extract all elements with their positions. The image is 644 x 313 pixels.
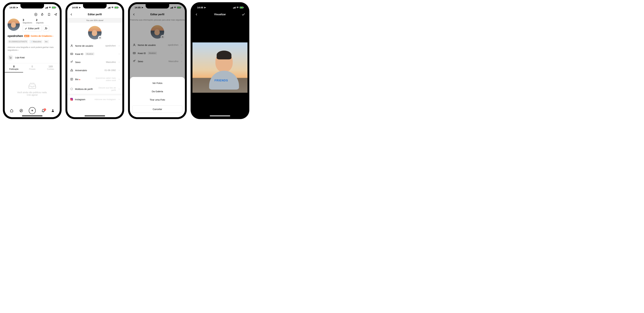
svg-rect-13 — [162, 36, 164, 38]
notch — [146, 4, 169, 8]
update-pill: Atualizar — [85, 52, 94, 55]
sheet-take-photo[interactable]: Tirar uma Foto — [132, 95, 182, 104]
notch — [20, 4, 44, 8]
preview-canvas[interactable]: FRIENDS — [192, 18, 248, 117]
creator-center-link[interactable]: Centro de Criadores › — [31, 35, 53, 37]
signal-icon — [45, 7, 48, 8]
kwai-store-row[interactable]: Loja Kwai — [5, 53, 60, 63]
add-friend-button[interactable] — [43, 25, 49, 31]
row-username: Nome de usuárioopedrohen› — [130, 41, 185, 49]
profile-tabs: 0Publicação 0Privado 169Curtidas — [5, 63, 60, 72]
camera-icon[interactable] — [98, 36, 102, 40]
level-badge: ◈LV1 — [24, 35, 30, 37]
row-gender[interactable]: SexoMasculino› — [67, 58, 122, 66]
svg-point-3 — [11, 58, 11, 59]
svg-point-17 — [133, 60, 134, 62]
red-dot-icon — [79, 79, 80, 80]
row-bio[interactable]: Bio Queremos saber mais sobre você› — [67, 74, 122, 84]
back-button[interactable] — [132, 12, 136, 16]
hexagon-icon[interactable] — [34, 12, 38, 16]
nav-inbox-icon[interactable]: 8 — [41, 109, 45, 112]
nav-create-button[interactable]: + — [29, 107, 36, 114]
bottom-nav: + 8 — [5, 106, 60, 115]
camera-icon — [160, 35, 164, 39]
bio-tip[interactable]: Adicione uma biografia e você poderá gan… — [5, 44, 60, 53]
phone-preview: 14:05 ➤ Visualizar FRIENDS — [191, 2, 249, 119]
inbox-icon — [28, 83, 37, 90]
row-kwai-id[interactable]: Kwai IDAtualizar› — [67, 50, 122, 58]
phone-edit-profile: 14:05 ➤ Editar perfil You are 83% done! … — [66, 2, 124, 119]
svg-point-1 — [45, 27, 46, 28]
svg-rect-16 — [133, 52, 136, 54]
row-frame[interactable]: Moldura de perfilDecore sua foto de perf… — [67, 84, 122, 94]
svg-point-5 — [52, 109, 53, 111]
back-button[interactable] — [195, 12, 198, 16]
back-button[interactable] — [70, 12, 73, 16]
svg-point-0 — [36, 14, 36, 15]
wifi-icon — [48, 6, 51, 8]
frame-icon — [70, 87, 73, 90]
cart-icon — [8, 55, 13, 60]
battery-icon — [52, 6, 56, 8]
edit-profile-button[interactable]: Editar perfil — [23, 25, 42, 31]
notification-badge: 8 — [44, 108, 46, 111]
svg-point-2 — [10, 58, 10, 59]
nav-home-icon[interactable] — [10, 109, 14, 112]
sheet-from-gallery[interactable]: Da Galeria — [132, 87, 182, 95]
avatar[interactable] — [8, 18, 20, 31]
note-icon — [70, 78, 73, 81]
followers-stat[interactable]: 3Seguidores — [23, 18, 32, 24]
share-icon[interactable] — [54, 12, 58, 16]
nav-discover-icon[interactable] — [19, 109, 23, 112]
confirm-button[interactable] — [242, 12, 245, 16]
svg-point-10 — [71, 61, 72, 62]
nav-profile-icon[interactable] — [51, 109, 55, 112]
phone-photo-sheet: 14:05 ➤ Editar perfil Preencha suas info… — [128, 2, 186, 119]
shirt-text: FRIENDS — [214, 79, 228, 82]
svg-point-8 — [71, 45, 72, 46]
sheet-view-photos[interactable]: Ver Fotos — [132, 79, 182, 87]
gender-icon — [70, 60, 73, 64]
row-instagram[interactable]: InstagramAdicione seu Instagram› — [67, 95, 122, 103]
bookmark-icon[interactable] — [47, 12, 51, 16]
sheet-cancel-button[interactable]: Cancelar — [132, 105, 182, 113]
avatar — [150, 25, 164, 39]
row-birthday[interactable]: Aniversário01-08-1992› — [67, 66, 122, 74]
home-indicator — [84, 115, 105, 116]
svg-point-15 — [134, 44, 135, 45]
svg-rect-9 — [70, 53, 73, 55]
tab-private[interactable]: 0Privado — [23, 63, 42, 72]
following-stat[interactable]: 2seguindo — [36, 18, 44, 24]
user-icon — [70, 44, 73, 47]
info-strip: Preencha suas informações pessoais para … — [130, 18, 185, 22]
tab-likes[interactable]: 169Curtidas — [41, 63, 60, 72]
progress-banner: You are 83% done! — [67, 18, 122, 23]
page-title: Visualizar — [214, 13, 226, 16]
svg-point-14 — [162, 37, 163, 37]
notch — [208, 4, 232, 8]
photo: FRIENDS — [192, 42, 248, 93]
zodiac-chip[interactable]: leo — [44, 40, 49, 43]
location-icon: ➤ — [16, 6, 18, 9]
phone-profile: 14:05 ➤ 3Seguidores 2seguindo — [3, 2, 61, 119]
page-title: Editar perfil — [150, 13, 164, 16]
notch — [83, 4, 106, 8]
cake-icon — [70, 69, 73, 72]
row-kwai-id: Kwai IDAtualizar› — [130, 49, 185, 57]
row-gender: SexoMasculino› — [130, 57, 185, 65]
tab-posts[interactable]: 0Publicação — [5, 63, 23, 72]
row-username[interactable]: Nome de usuárioopedrohen› — [67, 42, 122, 50]
pointer-icon[interactable] — [40, 12, 44, 16]
svg-point-12 — [70, 88, 73, 90]
svg-point-4 — [20, 109, 23, 112]
clock: 14:05 — [10, 6, 16, 9]
header — [5, 11, 60, 18]
home-indicator — [22, 115, 42, 116]
page-title: Editar perfil — [88, 13, 102, 16]
id-icon — [70, 52, 73, 55]
user-id-chip[interactable]: ID:150000210704375 — [8, 40, 28, 43]
gender-chip[interactable]: ♂Masculino — [30, 40, 42, 43]
username: opedrohen — [8, 34, 23, 38]
svg-point-7 — [100, 37, 100, 38]
instagram-icon — [70, 98, 73, 101]
